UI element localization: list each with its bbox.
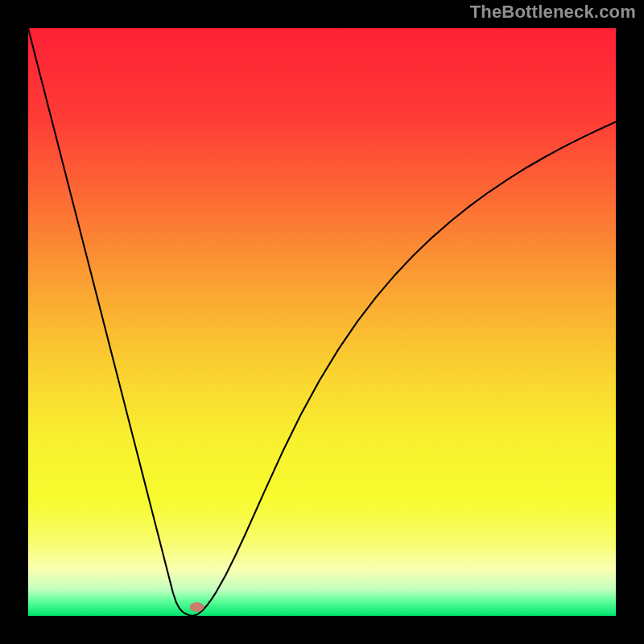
watermark-text: TheBottleneck.com [470, 2, 636, 23]
bottleneck-chart [28, 28, 616, 616]
optimum-marker [190, 602, 204, 612]
gradient-background [28, 28, 616, 616]
chart-frame: TheBottleneck.com [0, 0, 644, 644]
